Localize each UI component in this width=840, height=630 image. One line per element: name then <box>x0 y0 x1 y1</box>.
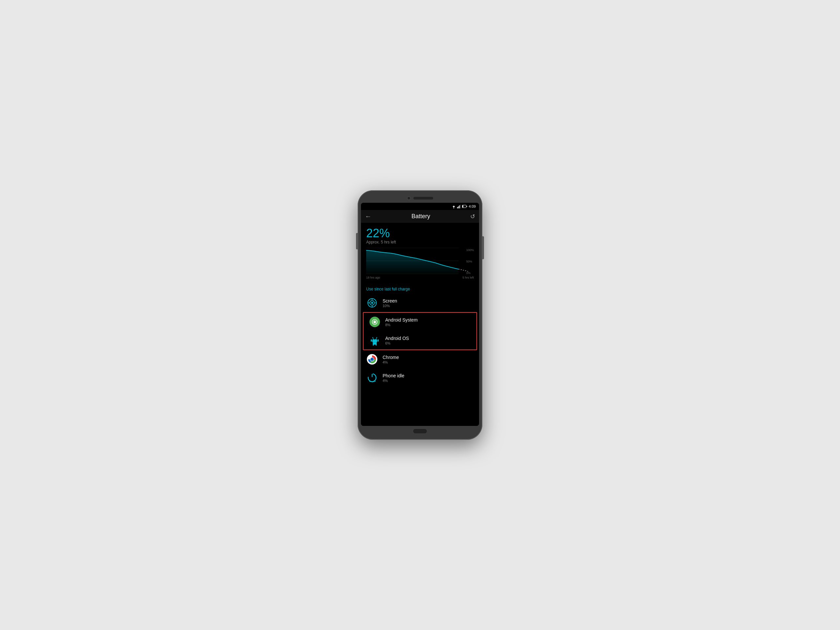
chart-label-0: 0% <box>466 272 474 275</box>
svg-rect-7 <box>462 205 463 207</box>
svg-rect-21 <box>373 339 377 342</box>
battery-chart: 100% 50% 0% <box>361 246 479 283</box>
svg-point-36 <box>369 381 371 382</box>
svg-line-27 <box>373 338 374 339</box>
highlighted-group: Android System 8% <box>363 312 477 350</box>
back-button[interactable]: ← <box>365 213 371 220</box>
chart-y-labels: 100% 50% 0% <box>466 248 474 275</box>
chart-time-right-label: 5 hrs left <box>462 276 474 279</box>
status-bar: 4:09 <box>361 203 479 210</box>
front-camera <box>407 196 411 200</box>
app-phone-idle-percent: 4% <box>382 379 404 382</box>
svg-point-13 <box>371 302 373 304</box>
app-chrome-name: Chrome <box>382 355 399 360</box>
chart-time-left-label: 18 hrs ago <box>366 276 380 279</box>
android-system-icon <box>369 316 381 328</box>
screen-icon <box>366 297 378 309</box>
svg-line-28 <box>376 338 377 339</box>
phone-device: 4:09 ← Battery ↺ 22% Approx. 5 hrs left … <box>358 190 482 440</box>
app-item-phone-idle[interactable]: Phone idle 4% <box>361 368 479 387</box>
svg-rect-4 <box>460 205 461 208</box>
wifi-icon <box>452 205 456 208</box>
chart-label-100: 100% <box>466 248 474 252</box>
chrome-icon <box>366 354 378 365</box>
top-nav: ← Battery ↺ <box>361 210 479 223</box>
speaker <box>414 197 433 199</box>
svg-point-29 <box>373 337 373 338</box>
svg-rect-1 <box>457 207 458 208</box>
android-os-icon <box>369 334 381 346</box>
svg-rect-2 <box>458 206 459 208</box>
svg-point-33 <box>371 358 374 361</box>
app-chrome-info: Chrome 4% <box>382 355 399 364</box>
svg-rect-6 <box>466 206 467 207</box>
svg-rect-22 <box>373 343 377 345</box>
svg-rect-23 <box>373 344 374 346</box>
status-time: 4:09 <box>469 204 476 208</box>
phone-screen: 4:09 ← Battery ↺ 22% Approx. 5 hrs left … <box>361 203 479 426</box>
chart-label-50: 50% <box>466 260 474 263</box>
page-title: Battery <box>412 213 430 220</box>
svg-point-40 <box>375 381 376 382</box>
svg-rect-3 <box>459 205 460 208</box>
app-screen-info: Screen 10% <box>382 298 397 308</box>
signal-icon <box>457 205 461 208</box>
app-android-system-percent: 8% <box>385 323 418 327</box>
app-phone-idle-name: Phone idle <box>382 373 404 378</box>
phone-bottom <box>413 426 427 435</box>
app-item-android-system[interactable]: Android System 8% <box>363 313 477 331</box>
app-screen-percent: 10% <box>382 304 397 308</box>
svg-point-39 <box>373 381 374 382</box>
svg-rect-26 <box>378 339 379 341</box>
app-screen-name: Screen <box>382 298 397 303</box>
phone-top-bar <box>361 195 479 203</box>
chart-time-labels: 18 hrs ago 5 hrs left <box>366 275 474 279</box>
app-android-os-percent: 6% <box>385 341 409 345</box>
battery-percent: 22% <box>366 227 474 239</box>
refresh-button[interactable]: ↺ <box>470 213 475 220</box>
app-android-os-info: Android OS 6% <box>385 336 409 345</box>
svg-point-30 <box>376 337 377 338</box>
status-icons: 4:09 <box>452 204 476 208</box>
app-item-chrome[interactable]: Chrome 4% <box>361 350 479 368</box>
app-android-system-name: Android System <box>385 317 418 322</box>
phone-idle-icon <box>366 372 378 384</box>
app-android-system-info: Android System 8% <box>385 317 418 327</box>
section-title: Use since last full charge <box>366 287 410 291</box>
app-item-android-os[interactable]: Android OS 6% <box>363 331 477 349</box>
app-chrome-percent: 4% <box>382 360 399 364</box>
svg-point-38 <box>372 381 373 382</box>
app-phone-idle-info: Phone idle 4% <box>382 373 404 382</box>
svg-rect-25 <box>371 339 372 341</box>
svg-rect-24 <box>376 344 377 346</box>
app-android-os-name: Android OS <box>385 336 409 341</box>
svg-point-37 <box>371 381 372 382</box>
battery-info: 22% Approx. 5 hrs left <box>361 223 479 246</box>
battery-time-left: Approx. 5 hrs left <box>366 240 474 245</box>
section-header: Use since last full charge <box>361 283 479 294</box>
app-list: Screen 10% <box>361 294 479 426</box>
svg-point-0 <box>453 207 454 208</box>
app-item-screen[interactable]: Screen 10% <box>361 294 479 312</box>
battery-chart-svg <box>366 248 474 274</box>
battery-status-icon <box>462 205 467 208</box>
home-button[interactable] <box>413 428 427 434</box>
